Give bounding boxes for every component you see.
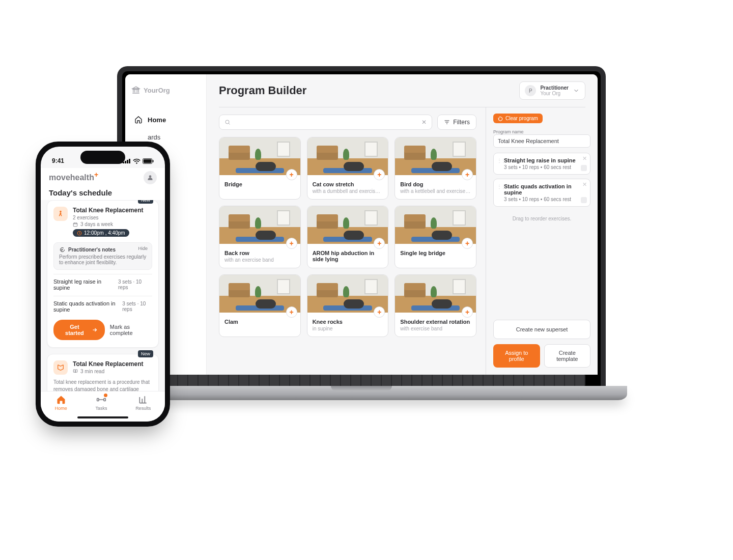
exercise-thumbnail: +	[307, 206, 388, 244]
time-value: 12:00pm , 4:40pm	[84, 230, 125, 236]
exercise-card[interactable]: + Clam	[219, 274, 301, 337]
exercise-subtitle: with a kettlebell and exercise ban…	[400, 188, 471, 194]
article-icon	[53, 360, 68, 375]
exercise-title: Bridge	[224, 181, 295, 187]
program-item-title: Static quads activation in supine	[504, 183, 578, 195]
exercise-card[interactable]: + AROM hip abduction in side lying	[307, 206, 389, 268]
search-input[interactable]	[234, 118, 418, 126]
svg-rect-13	[97, 399, 99, 401]
exercise-title: Cat cow stretch	[313, 181, 383, 187]
desktop-body: ✕ Filters +	[207, 107, 598, 375]
svg-point-8	[149, 175, 152, 178]
hide-note-button[interactable]: Hide	[138, 246, 148, 251]
exercise-line[interactable]: Straight leg raise in supine 3 sets · 10…	[53, 274, 152, 292]
add-exercise-button[interactable]: +	[286, 306, 297, 318]
program-name-input[interactable]	[493, 134, 590, 148]
program-item-detail: 3 sets • 10 reps • 60 secs rest	[504, 164, 578, 170]
clear-search-icon[interactable]: ✕	[421, 119, 427, 126]
clock-icon	[77, 231, 82, 236]
svg-rect-2	[125, 161, 126, 163]
exercise-title: Knee rocks	[313, 319, 383, 325]
article-card: New Total Knee Replacement 3 min read To…	[47, 354, 159, 391]
clear-program-button[interactable]: Clear program	[493, 114, 543, 123]
page-title: Program Builder	[219, 84, 306, 97]
add-exercise-button[interactable]: +	[462, 238, 473, 249]
add-exercise-button[interactable]: +	[462, 169, 473, 180]
arrow-right-icon	[92, 327, 98, 333]
program-title: Total Knee Replacement	[73, 207, 152, 214]
profile-button[interactable]	[144, 171, 157, 184]
nav-home-label: Home	[148, 116, 166, 124]
filters-label: Filters	[453, 119, 470, 126]
program-exercise-item[interactable]: ⋮⋮ ✕ Straight leg raise in supine 3 sets…	[493, 153, 590, 175]
program-exercise-item[interactable]: ⋮⋮ ✕ Static quads activation in supine 3…	[493, 179, 590, 207]
notification-dot	[104, 394, 107, 397]
drag-handle-icon[interactable]: ⋮⋮	[497, 184, 505, 189]
filters-icon	[444, 119, 450, 125]
new-badge: New	[138, 200, 153, 204]
remove-item-button[interactable]: ✕	[582, 155, 587, 162]
phone-device: 9:41 movehealth+ Today's schedule	[36, 142, 170, 427]
item-checkbox[interactable]	[581, 165, 587, 171]
home-icon	[56, 395, 66, 405]
nav-home[interactable]: Home	[131, 111, 200, 128]
create-superset-button[interactable]: Create new superset	[493, 320, 590, 339]
mark-complete-button[interactable]: Mark as complete	[110, 324, 152, 336]
remove-item-button[interactable]: ✕	[582, 181, 587, 188]
exercise-card[interactable]: + Bird dog with a kettlebell and exercis…	[394, 137, 476, 200]
tab-home[interactable]: Home	[55, 395, 67, 411]
tab-results[interactable]: Results	[135, 395, 151, 411]
exercise-subtitle: with a dumbbell and exercise ba…	[313, 188, 383, 194]
exercise-title: Shoulder external rotation	[400, 319, 471, 325]
exercise-card[interactable]: + Single leg bridge	[394, 206, 476, 268]
search-icon	[224, 119, 231, 125]
exercise-name: Straight leg raise in supine	[53, 278, 118, 291]
exercise-thumbnail: +	[307, 275, 388, 313]
search-field[interactable]: ✕	[219, 115, 432, 130]
home-indicator	[77, 416, 128, 418]
exercise-line[interactable]: Static quads activation in supine 3 sets…	[53, 296, 152, 314]
exercise-card[interactable]: + Cat cow stretch with a dumbbell and ex…	[307, 137, 389, 200]
exercise-card[interactable]: + Bridge	[219, 137, 301, 200]
drag-handle-icon[interactable]: ⋮⋮	[497, 158, 505, 163]
org-selector[interactable]: YourOrg	[131, 86, 200, 95]
exercise-title: Back row	[224, 250, 295, 256]
assign-profile-button[interactable]: Assign to profile	[493, 344, 540, 368]
tab-tasks[interactable]: Tasks	[95, 395, 107, 411]
program-item-title: Straight leg raise in supine	[504, 157, 578, 163]
exercise-title: Clam	[224, 319, 295, 325]
account-menu[interactable]: P Practitioner Your Org	[519, 81, 585, 100]
exercise-subtitle: in supine	[313, 326, 383, 331]
new-badge: New	[138, 350, 153, 357]
item-checkbox[interactable]	[581, 197, 587, 203]
svg-point-0	[225, 120, 229, 124]
add-exercise-button[interactable]: +	[286, 238, 297, 249]
filters-button[interactable]: Filters	[437, 115, 476, 130]
account-org: Your Org	[540, 91, 569, 96]
org-name: YourOrg	[144, 87, 170, 94]
undo-icon	[498, 116, 503, 121]
exercise-card[interactable]: + Back row with an exercise band	[219, 206, 301, 268]
exercise-meta: 3 sets · 10 reps	[118, 279, 152, 290]
create-template-button[interactable]: Create template	[544, 344, 591, 368]
add-exercise-button[interactable]: +	[286, 169, 297, 180]
practitioner-note: Hide Practitioner's notes Perform prescr…	[53, 242, 152, 270]
status-icons	[123, 158, 154, 164]
exercise-thumbnail: +	[395, 275, 476, 313]
exercise-card[interactable]: + Shoulder external rotation with exerci…	[394, 274, 476, 337]
brand-logo: movehealth+	[49, 173, 98, 182]
exercise-title: Single leg bridge	[400, 250, 471, 256]
exercise-subtitle: with exercise band	[400, 326, 471, 331]
svg-rect-7	[153, 160, 154, 162]
exercise-card[interactable]: + Knee rocks in supine	[307, 274, 389, 337]
laptop-keyboard	[137, 375, 585, 386]
drag-hint: Drag to reorder exercises.	[493, 216, 590, 221]
add-exercise-button[interactable]: +	[462, 306, 473, 318]
exercise-name: Static quads activation in supine	[53, 300, 122, 313]
mobile-scroll[interactable]: New Total Knee Replacement 2 exercises 3…	[41, 200, 165, 391]
note-body: Perform prescribed exercises regularly t…	[59, 254, 147, 265]
note-title: Practitioner's notes	[68, 247, 116, 253]
library-toolbar: ✕ Filters	[219, 115, 476, 130]
get-started-button[interactable]: Get started	[53, 320, 105, 340]
exercise-grid: + Bridge + Cat cow stretch with a dumbbe…	[219, 137, 476, 337]
